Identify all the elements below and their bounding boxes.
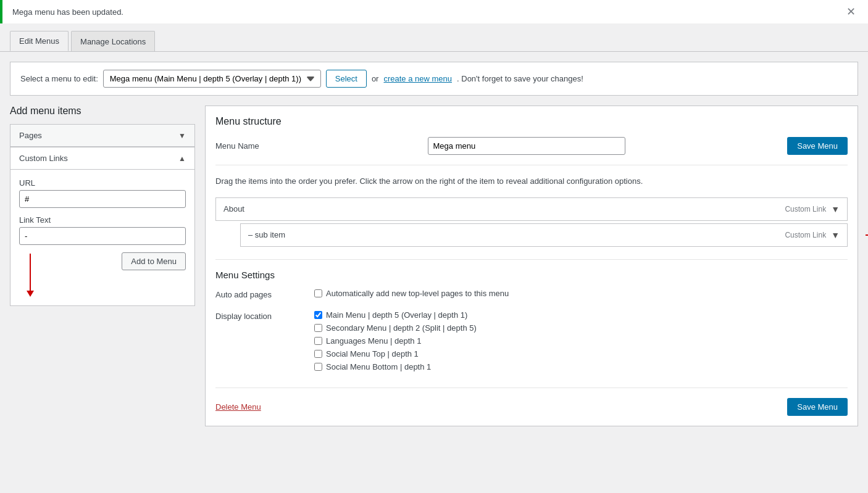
pages-accordion: Pages ▼ — [10, 124, 195, 147]
location-option-4[interactable]: Social Menu Bottom | depth 1 — [314, 362, 848, 371]
location-option-1[interactable]: Secondary Menu | depth 2 (Split | depth … — [314, 323, 848, 333]
location-checkbox-0[interactable] — [314, 311, 322, 319]
custom-links-chevron-up-icon: ▲ — [178, 154, 186, 163]
or-text: or — [372, 74, 379, 83]
location-option-3[interactable]: Social Menu Top | depth 1 — [314, 349, 848, 358]
reminder-text: . Don't forget to save your changes! — [457, 74, 583, 83]
sub-item-type: Custom Link — [785, 231, 826, 239]
select-button[interactable]: Select — [326, 70, 367, 88]
auto-add-row: Auto add pages Automatically add new top… — [215, 289, 848, 302]
about-item-type: Custom Link — [785, 205, 826, 213]
menu-settings: Menu Settings Auto add pages Automatical… — [215, 259, 848, 375]
pages-label: Pages — [19, 131, 42, 140]
menu-name-label: Menu Name — [215, 141, 259, 151]
add-menu-items-title: Add menu items — [10, 106, 195, 117]
sub-item-expand-icon[interactable]: ▼ — [831, 230, 840, 240]
menu-name-row: Menu Name Save Menu — [215, 137, 848, 165]
link-text-row: Link Text — [19, 215, 186, 245]
tab-edit-menus[interactable]: Edit Menus — [10, 31, 69, 51]
url-label: URL — [19, 178, 186, 188]
auto-add-label: Auto add pages — [215, 289, 314, 299]
menu-item-sub-item: – sub item Custom Link ▼ — [240, 223, 848, 247]
location-text-4: Social Menu Bottom | depth 1 — [326, 362, 431, 371]
save-menu-button-top[interactable]: Save Menu — [787, 137, 848, 155]
link-text-input[interactable] — [19, 227, 186, 245]
menu-structure-panel: Menu structure Menu Name Save Menu Drag … — [205, 106, 858, 426]
auto-add-option[interactable]: Automatically add new top-level pages to… — [314, 289, 848, 298]
pages-chevron-down-icon: ▼ — [178, 131, 186, 140]
location-option-2[interactable]: Languages Menu | depth 1 — [314, 336, 848, 346]
sub-item-title: – sub item — [248, 230, 285, 239]
auto-add-checkbox[interactable] — [314, 289, 322, 297]
add-to-menu-button[interactable]: Add to Menu — [122, 252, 186, 270]
tab-manage-locations[interactable]: Manage Locations — [71, 31, 155, 51]
notice-message: Mega menu has been updated. — [12, 7, 123, 17]
display-location-row: Display location Main Menu | depth 5 (Ov… — [215, 310, 848, 375]
custom-links-accordion-header[interactable]: Custom Links ▲ — [10, 147, 194, 170]
url-input[interactable] — [19, 190, 186, 208]
menu-settings-title: Menu Settings — [215, 270, 848, 280]
link-text-label: Link Text — [19, 215, 186, 225]
auto-add-option-text: Automatically add new top-level pages to… — [326, 289, 509, 298]
location-text-0: Main Menu | depth 5 (Overlay | depth 1) — [326, 310, 467, 320]
menu-name-input[interactable] — [428, 137, 625, 155]
menu-select-dropdown[interactable]: Mega menu (Main Menu | depth 5 (Overlay … — [103, 70, 321, 88]
location-checkbox-2[interactable] — [314, 337, 322, 345]
create-new-menu-link[interactable]: create a new menu — [383, 74, 452, 83]
display-location-label: Display location — [215, 310, 314, 321]
select-menu-bar: Select a menu to edit: Mega menu (Main M… — [10, 62, 858, 96]
menu-items-area: About Custom Link ▼ – sub item Custom Li… — [215, 197, 848, 247]
drag-instruction: Drag the items into the order you prefer… — [215, 175, 848, 188]
notice-close-button[interactable]: ✕ — [844, 6, 858, 17]
display-location-options: Main Menu | depth 5 (Overlay | depth 1) … — [314, 310, 848, 375]
save-menu-button-bottom[interactable]: Save Menu — [787, 398, 848, 416]
about-item-expand-icon[interactable]: ▼ — [831, 204, 840, 214]
location-text-2: Languages Menu | depth 1 — [326, 336, 421, 346]
location-text-3: Social Menu Top | depth 1 — [326, 349, 419, 358]
select-menu-label: Select a menu to edit: — [20, 74, 98, 83]
tabs-bar: Edit Menus Manage Locations — [0, 23, 868, 52]
custom-links-label: Custom Links — [19, 154, 68, 163]
url-row: URL — [19, 178, 186, 208]
location-checkbox-3[interactable] — [314, 350, 322, 358]
add-menu-items-panel: Add menu items Pages ▼ Custom Links ▲ UR… — [10, 106, 195, 426]
location-option-0[interactable]: Main Menu | depth 5 (Overlay | depth 1) — [314, 310, 848, 320]
custom-links-accordion: Custom Links ▲ URL Link Text — [10, 147, 195, 306]
main-content: Add menu items Pages ▼ Custom Links ▲ UR… — [10, 106, 858, 426]
location-checkbox-4[interactable] — [314, 363, 322, 371]
about-item-title: About — [223, 204, 244, 213]
menu-footer: Delete Menu Save Menu — [215, 387, 848, 416]
custom-links-body: URL Link Text Add to Menu — [10, 170, 194, 305]
menu-item-about: About Custom Link ▼ — [215, 197, 848, 221]
menu-structure-title: Menu structure — [215, 116, 848, 127]
update-notice: Mega menu has been updated. ✕ — [0, 0, 868, 23]
location-text-1: Secondary Menu | depth 2 (Split | depth … — [326, 323, 477, 333]
location-checkbox-1[interactable] — [314, 324, 322, 332]
delete-menu-button[interactable]: Delete Menu — [215, 402, 261, 412]
pages-accordion-header[interactable]: Pages ▼ — [10, 125, 194, 147]
